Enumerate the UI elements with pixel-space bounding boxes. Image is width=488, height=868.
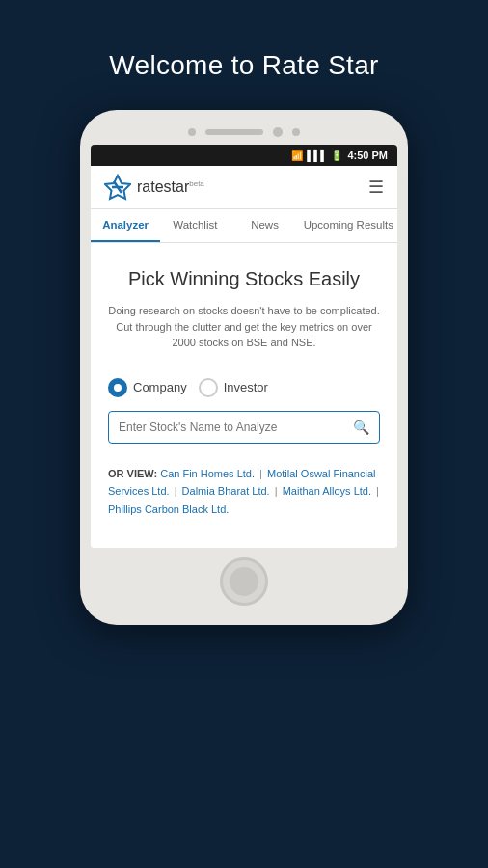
page-title: Welcome to Rate Star [109, 50, 378, 81]
home-button-inner [230, 567, 258, 596]
separator-4: | [376, 485, 379, 497]
status-icons: 📶 ▌▌▌ 🔋 [291, 150, 342, 161]
main-headline: Pick Winning Stocks Easily [108, 266, 380, 291]
search-icon[interactable]: 🔍 [353, 420, 369, 435]
wifi-icon: 📶 [291, 150, 303, 161]
home-button[interactable] [220, 557, 268, 606]
logo-text: ratestarbeta [137, 178, 204, 196]
tab-news[interactable]: News [230, 209, 299, 242]
tab-upcoming-results[interactable]: Upcoming Results [300, 209, 397, 242]
main-subtext: Doing research on stocks doesn't have to… [108, 303, 380, 351]
search-input[interactable] [119, 420, 353, 434]
phone-top-bar [90, 123, 398, 145]
battery-icon: 🔋 [331, 150, 342, 161]
stock-link-4[interactable]: Maithan Alloys Ltd. [283, 485, 371, 497]
tab-analyzer[interactable]: Analyzer [91, 209, 160, 242]
phone-dot-right [292, 128, 300, 136]
phone-bottom [90, 548, 398, 611]
stock-link-5[interactable]: Phillips Carbon Black Ltd. [108, 503, 229, 515]
separator-2: | [175, 485, 180, 497]
stock-link-1[interactable]: Can Fin Homes Ltd. [160, 468, 255, 479]
or-view-label: OR VIEW: [108, 468, 157, 479]
phone-camera [273, 127, 283, 137]
radio-circle-company [108, 378, 127, 397]
stock-link-3[interactable]: Dalmia Bharat Ltd. [182, 485, 270, 497]
radio-company[interactable]: Company [108, 378, 187, 397]
hamburger-menu-button[interactable]: ☰ [368, 178, 384, 196]
separator-3: | [275, 485, 281, 497]
main-content: Pick Winning Stocks Easily Doing researc… [91, 243, 397, 548]
status-bar: 📶 ▌▌▌ 🔋 4:50 PM [91, 145, 397, 166]
phone-dot-left [188, 128, 196, 136]
or-view-section: OR VIEW: Can Fin Homes Ltd. | Motilal Os… [108, 465, 380, 519]
radio-label-company: Company [133, 380, 187, 394]
phone-screen: 📶 ▌▌▌ 🔋 4:50 PM ratestarbeta ☰ A [91, 145, 397, 548]
nav-tabs: Analyzer Watchlist News Upcoming Results [91, 209, 397, 243]
logo-container: ratestarbeta [104, 174, 204, 201]
ratestar-logo-icon [104, 174, 131, 201]
signal-icon: ▌▌▌ [307, 150, 327, 161]
radio-group: Company Investor [108, 378, 380, 397]
radio-circle-investor [199, 378, 218, 397]
radio-label-investor: Investor [224, 380, 268, 394]
phone-shell: 📶 ▌▌▌ 🔋 4:50 PM ratestarbeta ☰ A [80, 110, 408, 625]
tab-watchlist[interactable]: Watchlist [160, 209, 230, 242]
separator-1: | [259, 468, 265, 479]
app-header: ratestarbeta ☰ [91, 166, 397, 209]
phone-speaker [205, 129, 263, 135]
status-time: 4:50 PM [347, 149, 388, 161]
radio-investor[interactable]: Investor [199, 378, 268, 397]
search-container: 🔍 [108, 411, 380, 444]
